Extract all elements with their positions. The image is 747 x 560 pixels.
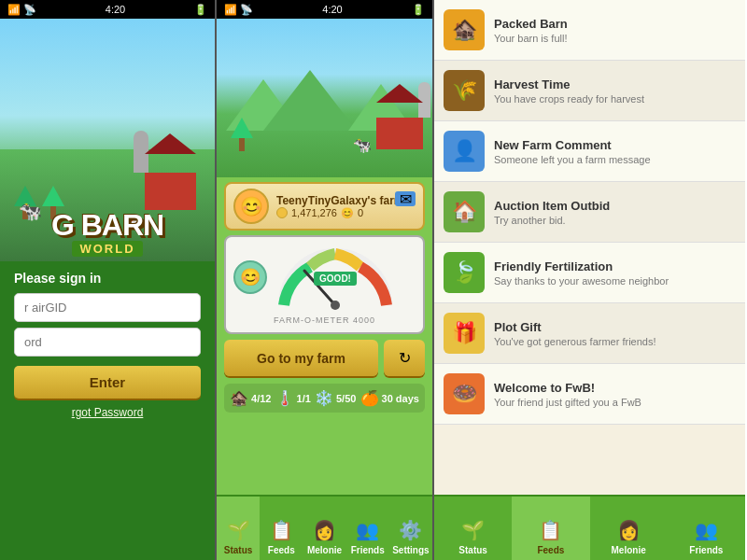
notification-item[interactable]: 🍃 Friendly Fertilization Say thanks to y… — [434, 243, 745, 303]
mail-icon[interactable]: ✉ — [395, 191, 416, 206]
fom-label: FARM-O-METER 4000 — [274, 315, 375, 325]
status-bar-1: 📶 📡 4:20 🔋 — [0, 0, 215, 19]
notif-nav-feeds[interactable]: 📋 Feeds — [512, 497, 589, 560]
farm-barn-roof — [376, 84, 423, 103]
mountain-2 — [263, 70, 357, 131]
login-panel: 📶 📡 4:20 🔋 🐄 🐔 G BARN WORLD Please sign … — [0, 0, 215, 560]
days-stat-value: 30 days — [382, 393, 419, 404]
snow-stat-value: 5/50 — [336, 393, 356, 404]
notif-emoji-icon: 👤 — [452, 139, 477, 163]
password-input[interactable] — [14, 328, 201, 357]
notif-icon-wrap: 🍩 — [444, 373, 485, 414]
battery-icon-2: 🔋 — [412, 4, 425, 16]
tree-top-2 — [42, 186, 64, 206]
notif-nav-feeds-label: Feeds — [537, 545, 564, 555]
notif-icon-wrap: 🎁 — [444, 313, 485, 354]
nav-melonie[interactable]: 👩 Melonie — [303, 497, 345, 560]
stat-barn: 🏚️ 4/12 — [230, 389, 271, 407]
notif-text-block: Friendly Fertilization Say thanks to you… — [494, 259, 736, 287]
stat-days: 🍊 30 days — [360, 389, 419, 407]
notif-icon-wrap: 🌾 — [444, 70, 485, 111]
stat-snow: ❄️ 5/50 — [315, 389, 356, 407]
notification-item[interactable]: 🏠 Auction Item Outbid Try another bid. — [434, 182, 745, 243]
notification-list: 🏚️ Packed Barn Your barn is full! 🌾 Harv… — [434, 0, 745, 495]
refresh-button[interactable]: ↻ — [384, 340, 425, 376]
notif-title: Harvest Time — [494, 77, 736, 91]
svg-point-1 — [331, 301, 340, 310]
nav-status[interactable]: 🌱 Status — [217, 497, 260, 560]
nav-melonie-icon: 👩 — [310, 517, 340, 543]
farm-scene-bg: 🐄 🐔 G BARN WORLD — [0, 19, 215, 261]
farm-barn-body — [376, 118, 423, 149]
nav-feeds-icon: 📋 — [266, 517, 296, 543]
notif-nav-feeds-icon: 📋 — [536, 517, 566, 543]
farm-dashboard-panel: 📶 📡 4:20 🔋 🐄 😊 TeenyTinyGalaxy's farm 1,… — [215, 0, 434, 560]
nav-feeds-label: Feeds — [268, 545, 295, 555]
nav-settings[interactable]: ⚙️ Settings — [389, 497, 432, 560]
fom-status-badge: GOOD! — [314, 272, 357, 286]
battery-icon: 🔋 — [194, 4, 207, 16]
notification-item[interactable]: 👤 New Farm Comment Someone left you a fa… — [434, 121, 745, 182]
stat-temp: 🌡️ 1/1 — [275, 389, 311, 407]
notif-text-block: New Farm Comment Someone left you a farm… — [494, 138, 736, 165]
logo-text: G BARN — [0, 210, 215, 240]
notif-nav-status-label: Status — [458, 545, 487, 555]
farm-bg-scene: 🐄 — [217, 19, 432, 177]
notification-item[interactable]: 🏚️ Packed Barn Your barn is full! — [434, 0, 745, 61]
notif-icon-wrap: 👤 — [444, 131, 485, 172]
nav-feeds[interactable]: 📋 Feeds — [260, 497, 303, 560]
nav-friends[interactable]: 👥 Friends — [346, 497, 389, 560]
notif-text-block: Plot Gift You've got generous farmer fri… — [494, 320, 736, 347]
notification-item[interactable]: 🎁 Plot Gift You've got generous farmer f… — [434, 303, 745, 364]
barn-decoration — [145, 154, 196, 210]
game-logo: G BARN WORLD — [0, 210, 215, 261]
coin-amount: 1,471,276 — [291, 207, 337, 218]
notif-nav-status[interactable]: 🌱 Status — [434, 497, 512, 560]
nav-status-icon: 🌱 — [223, 517, 253, 543]
farm-cow: 🐄 — [353, 136, 372, 154]
fom-face-icon: 😊 — [233, 260, 267, 294]
farm-o-meter: 😊 GOOD! FARM-O-METER 4000 — [224, 235, 425, 334]
notif-emoji-icon: 🌾 — [452, 78, 477, 103]
notif-emoji-icon: 🍃 — [452, 260, 477, 285]
farm-name: TeenyTinyGalaxy's farm — [276, 194, 403, 207]
notif-desc: Someone left you a farm message — [494, 154, 736, 165]
nav-friends-label: Friends — [351, 545, 385, 555]
notif-text-block: Harvest Time You have crops ready for ha… — [494, 77, 736, 105]
bottom-nav-notifs: 🌱 Status 📋 Feeds 👩 Melonie 👥 Friends — [434, 495, 745, 560]
profile-avatar: 😊 — [233, 189, 269, 224]
notification-item[interactable]: 🌾 Harvest Time You have crops ready for … — [434, 61, 745, 121]
notification-item[interactable]: 🍩 Welcome to FwB! Your friend just gifte… — [434, 364, 745, 425]
notif-nav-melonie-label: Melonie — [612, 545, 646, 555]
notif-nav-status-icon: 🌱 — [458, 517, 488, 543]
notifications-panel: 🏚️ Packed Barn Your barn is full! 🌾 Harv… — [434, 0, 745, 560]
notif-icon-wrap: 🏚️ — [444, 9, 485, 50]
temp-stat-icon: 🌡️ — [275, 389, 294, 407]
notif-title: Friendly Fertilization — [494, 259, 736, 273]
farm-tree-trunk — [239, 138, 245, 151]
notif-title: New Farm Comment — [494, 138, 736, 152]
airgid-input[interactable] — [14, 293, 201, 322]
notif-desc: Try another bid. — [494, 215, 736, 226]
profile-info: TeenyTinyGalaxy's farm 1,471,276 😊 0 — [276, 194, 403, 219]
notif-title: Welcome to FwB! — [494, 381, 736, 395]
nav-status-label: Status — [224, 545, 253, 555]
enter-button[interactable]: Enter — [14, 366, 201, 399]
notif-icon-wrap: 🏠 — [444, 191, 485, 232]
notif-title: Plot Gift — [494, 320, 736, 334]
status-icons-2: 📶 📡 — [224, 4, 253, 16]
notif-nav-melonie[interactable]: 👩 Melonie — [590, 497, 668, 560]
status-icons: 📶 📡 — [7, 4, 36, 16]
notif-nav-friends-icon: 👥 — [691, 517, 721, 543]
notif-text-block: Auction Item Outbid Try another bid. — [494, 199, 736, 226]
bottom-nav-farm: 🌱 Status 📋 Feeds 👩 Melonie 👥 Friends ⚙️ … — [217, 495, 432, 560]
login-form: Please sign in Enter rgot Password — [0, 261, 215, 428]
notif-emoji-icon: 🎁 — [452, 321, 477, 345]
heart-count: 0 — [358, 207, 363, 218]
notif-nav-melonie-icon: 👩 — [613, 517, 643, 543]
goto-farm-button[interactable]: Go to my farm — [224, 340, 378, 376]
forgot-password-link[interactable]: rgot Password — [14, 406, 201, 419]
barn-stat-icon: 🏚️ — [230, 389, 248, 407]
notif-emoji-icon: 🏚️ — [452, 18, 477, 42]
notif-nav-friends[interactable]: 👥 Friends — [668, 497, 745, 560]
